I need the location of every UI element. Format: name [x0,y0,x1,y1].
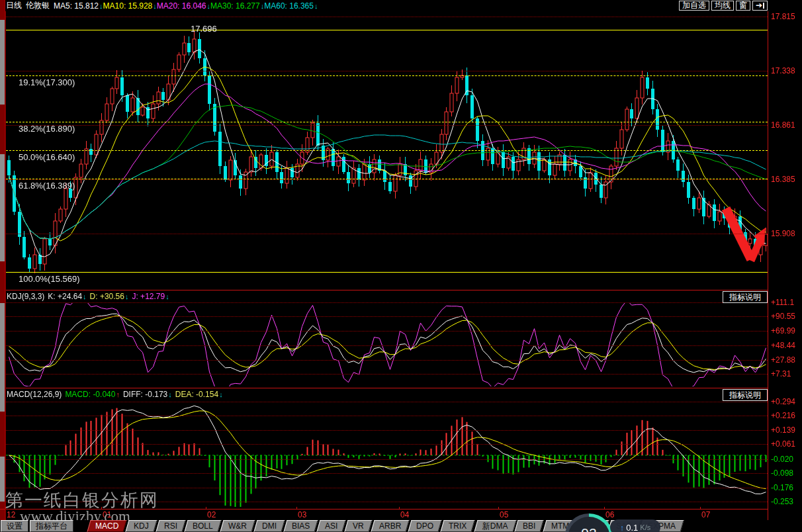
fib-level-line [6,122,768,122]
indicator-platform-button[interactable]: 指标平台 [30,520,73,532]
macd-value: MACD: -0.040 [65,390,115,399]
tab-bbi[interactable]: BBI [515,520,545,532]
time-axis-tick [296,507,297,509]
tab-dmi[interactable]: DMI [253,520,285,532]
down-arrow-icon: ↓ [83,292,87,300]
kdj-indicator-help-button[interactable]: 指标说明 [723,291,768,303]
macd-axis-label: -0.020 [771,455,793,464]
tab-rsi[interactable]: RSI [156,520,185,532]
tab-arbr[interactable]: ARBR [371,520,410,532]
fib-low-line [6,272,768,273]
upload-arrow-icon: ↑ [620,523,625,532]
macd-axis-label: -0.176 [771,483,793,492]
macd-axis-label: -0.253 [771,497,793,506]
down-arrow-icon: ↓ [168,390,172,398]
macd-gridline [6,444,768,445]
tab-bias[interactable]: BIAS [283,520,318,532]
settings-button[interactable]: 设置 [1,520,28,532]
down-arrow-icon: ↓ [125,292,129,300]
tab-dpo[interactable]: DPO [408,520,442,532]
tab-trix[interactable]: TRIX [441,520,476,532]
macd-diff-value: DIFF: -0.173 [123,390,167,399]
macd-dea-value: DEA: -0.154 [175,390,218,399]
kdj-axis-label: +27.88 [771,355,795,365]
fib-level-label: 38.2%(16.890) [19,124,75,134]
kdj-gridline [6,345,768,346]
kdj-k-value: K: +24.64 [48,292,82,301]
fib-level-line [6,179,768,179]
network-speed-pill[interactable]: ↑ 0.1 K/s [610,519,660,532]
panel-separator [6,388,768,388]
price-gridline [6,179,768,180]
kdj-axis-label: +111.1 [771,298,794,307]
fib-level-line [6,75,768,76]
kdj-axis-label: +90.55 [771,312,795,321]
macd-gridline [6,416,768,416]
trading-app-window: 日线 伦敦银 MA5: 15.812↓MA10: 15.928↓MA20: 16… [0,0,802,532]
kdj-axis-label: +48.44 [771,341,795,350]
candlestick-chart-canvas[interactable] [0,0,802,532]
price-axis-label: 15.908 [771,229,795,238]
macd-gridline [6,402,768,402]
time-axis-tick [498,507,499,509]
fib-level-label: 19.1%(17.300) [19,77,75,87]
kdj-gridline [6,331,768,332]
panel-separator [6,290,768,290]
tab-新dma[interactable]: 新DMA [474,520,516,532]
network-speed-unit: K/s [640,523,650,531]
time-axis-tick [604,507,605,509]
kdj-header: KDJ(9,3,3) K: +24.64↓ D: +30.56↓ J: +12.… [7,292,169,301]
fib-level-label: 100.0%(15.569) [19,274,80,284]
macd-gridline [6,430,768,431]
time-axis-label: 06 [605,510,614,519]
down-arrow-icon: ↓ [165,292,169,300]
gauge-face: 92 [568,517,610,532]
kdj-axis-label: +69.99 [771,326,795,335]
tab-boll[interactable]: BOLL [184,520,221,532]
macd-axis-label: +0.216 [771,411,795,420]
tab-macd[interactable]: MACD [87,520,127,532]
kdj-gridline [6,360,768,361]
tab-kdj[interactable]: KDJ [126,520,157,532]
time-axis-label: 03 [298,510,306,519]
macd-axis-label: +0.061 [771,439,795,449]
kdj-d-value: D: +30.56 [90,292,124,301]
down-arrow-icon: ↓ [219,390,223,398]
macd-axis-label: +0.139 [771,425,795,435]
fib-level-label: 61.8%(16.389) [19,181,75,191]
macd-axis-label: -0.098 [771,468,793,478]
up-arrow-icon: ↑ [116,390,120,398]
price-gridline [6,234,768,234]
macd-indicator-help-button[interactable]: 指标说明 [723,389,768,401]
price-gridline [6,71,768,71]
price-axis-label: 16.385 [771,175,795,184]
time-axis-label: 07 [701,510,710,519]
tab-asi[interactable]: ASI [316,520,346,532]
network-speed-value: 0.1 [626,523,638,532]
time-axis-tick [700,507,701,509]
macd-gridline [6,459,768,460]
macd-title: MACD(12,26,9) [7,390,62,399]
fib-level-label: 50.0%(16.640) [19,152,75,162]
price-axis-label: 16.861 [771,120,795,130]
macd-header: MACD(12,26,9) MACD: -0.040↑ DIFF: -0.173… [7,390,223,399]
time-axis-tick [206,507,206,509]
tab-vr[interactable]: VR [345,520,373,532]
kdj-gridline [6,316,768,317]
kdj-axis-label: +7.31 [771,369,791,378]
swing-high-label: 17.696 [191,24,217,34]
fib-level-line [6,150,768,151]
kdj-gridline [6,374,768,375]
bottom-indicator-bar: 设置指标平台MACDKDJRSIBOLLW&RDMIBIASASIVRARBRD… [0,520,802,532]
gauge-value: 92 [581,525,596,532]
time-axis-tick [399,507,400,509]
tab-w&r[interactable]: W&R [220,520,255,532]
time-axis-label: 05 [500,510,508,519]
macd-gridline [6,473,768,474]
fib-high-line [6,30,768,30]
kdj-gridline [6,302,768,303]
time-axis-label: 04 [400,510,409,519]
price-axis-label: 17.815 [771,12,795,21]
time-axis-label: 02 [207,510,216,519]
price-axis-border [768,11,768,521]
